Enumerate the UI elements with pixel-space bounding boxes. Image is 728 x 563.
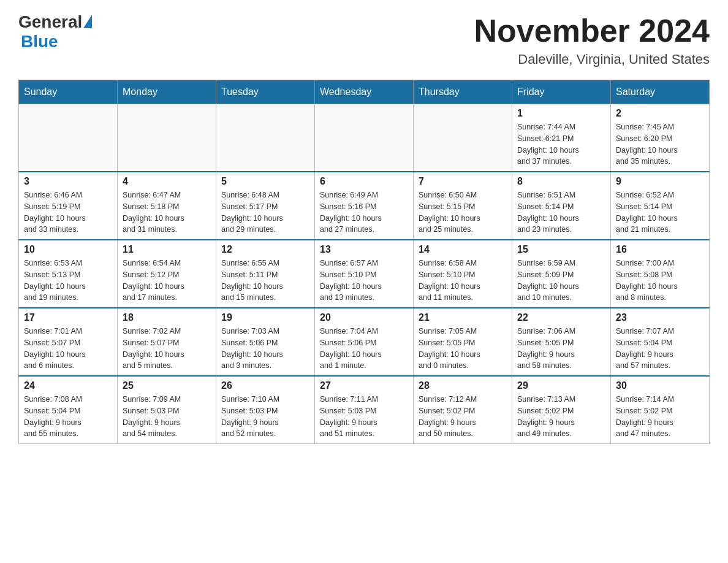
calendar-cell: 27Sunrise: 7:11 AM Sunset: 5:03 PM Dayli… (315, 376, 414, 444)
day-info: Sunrise: 6:55 AM Sunset: 5:11 PM Dayligh… (221, 258, 309, 304)
calendar-cell: 9Sunrise: 6:52 AM Sunset: 5:14 PM Daylig… (611, 172, 710, 240)
day-number: 12 (221, 244, 309, 255)
day-info: Sunrise: 7:07 AM Sunset: 5:04 PM Dayligh… (616, 326, 704, 372)
calendar-cell (216, 104, 315, 172)
day-info: Sunrise: 6:51 AM Sunset: 5:14 PM Dayligh… (517, 190, 605, 236)
calendar-cell: 26Sunrise: 7:10 AM Sunset: 5:03 PM Dayli… (216, 376, 315, 444)
calendar-cell: 25Sunrise: 7:09 AM Sunset: 5:03 PM Dayli… (118, 376, 216, 444)
day-number: 3 (24, 176, 112, 187)
week-row-5: 24Sunrise: 7:08 AM Sunset: 5:04 PM Dayli… (19, 376, 710, 444)
calendar-cell: 10Sunrise: 6:53 AM Sunset: 5:13 PM Dayli… (19, 240, 118, 308)
day-number: 26 (221, 380, 309, 391)
day-number: 29 (517, 380, 605, 391)
day-info: Sunrise: 7:45 AM Sunset: 6:20 PM Dayligh… (616, 121, 704, 167)
day-info: Sunrise: 6:57 AM Sunset: 5:10 PM Dayligh… (320, 258, 408, 304)
day-number: 5 (221, 176, 309, 187)
day-number: 9 (616, 176, 704, 187)
day-info: Sunrise: 6:47 AM Sunset: 5:18 PM Dayligh… (123, 190, 211, 236)
calendar-cell: 17Sunrise: 7:01 AM Sunset: 5:07 PM Dayli… (19, 308, 118, 376)
day-number: 22 (517, 312, 605, 323)
calendar-cell: 11Sunrise: 6:54 AM Sunset: 5:12 PM Dayli… (118, 240, 216, 308)
calendar-title: November 2024 (474, 12, 710, 49)
day-info: Sunrise: 6:59 AM Sunset: 5:09 PM Dayligh… (517, 258, 605, 304)
day-number: 4 (123, 176, 211, 187)
day-number: 20 (320, 312, 408, 323)
day-info: Sunrise: 7:01 AM Sunset: 5:07 PM Dayligh… (24, 326, 112, 372)
calendar-cell: 30Sunrise: 7:14 AM Sunset: 5:02 PM Dayli… (611, 376, 710, 444)
week-row-1: 1Sunrise: 7:44 AM Sunset: 6:21 PM Daylig… (19, 104, 710, 172)
day-number: 6 (320, 176, 408, 187)
calendar-cell: 18Sunrise: 7:02 AM Sunset: 5:07 PM Dayli… (118, 308, 216, 376)
weekday-header-sunday: Sunday (19, 80, 118, 104)
calendar-cell: 6Sunrise: 6:49 AM Sunset: 5:16 PM Daylig… (315, 172, 414, 240)
calendar-cell: 24Sunrise: 7:08 AM Sunset: 5:04 PM Dayli… (19, 376, 118, 444)
calendar-subtitle: Daleville, Virginia, United States (474, 52, 710, 67)
calendar-cell: 4Sunrise: 6:47 AM Sunset: 5:18 PM Daylig… (118, 172, 216, 240)
day-number: 25 (123, 380, 211, 391)
day-number: 19 (221, 312, 309, 323)
header: General Blue November 2024 Daleville, Vi… (18, 12, 710, 67)
day-number: 1 (517, 108, 605, 119)
day-number: 2 (616, 108, 704, 119)
day-info: Sunrise: 7:13 AM Sunset: 5:02 PM Dayligh… (517, 394, 605, 440)
calendar-cell: 19Sunrise: 7:03 AM Sunset: 5:06 PM Dayli… (216, 308, 315, 376)
day-info: Sunrise: 7:44 AM Sunset: 6:21 PM Dayligh… (517, 121, 605, 167)
weekday-header-friday: Friday (512, 80, 611, 104)
day-info: Sunrise: 6:58 AM Sunset: 5:10 PM Dayligh… (419, 258, 507, 304)
calendar-cell: 14Sunrise: 6:58 AM Sunset: 5:10 PM Dayli… (414, 240, 512, 308)
day-number: 27 (320, 380, 408, 391)
day-info: Sunrise: 7:06 AM Sunset: 5:05 PM Dayligh… (517, 326, 605, 372)
calendar-cell: 16Sunrise: 7:00 AM Sunset: 5:08 PM Dayli… (611, 240, 710, 308)
calendar-table: SundayMondayTuesdayWednesdayThursdayFrid… (18, 80, 710, 444)
calendar-cell: 8Sunrise: 6:51 AM Sunset: 5:14 PM Daylig… (512, 172, 611, 240)
day-number: 11 (123, 244, 211, 255)
weekday-header-thursday: Thursday (414, 80, 512, 104)
day-info: Sunrise: 6:53 AM Sunset: 5:13 PM Dayligh… (24, 258, 112, 304)
day-number: 13 (320, 244, 408, 255)
day-info: Sunrise: 7:10 AM Sunset: 5:03 PM Dayligh… (221, 394, 309, 440)
day-number: 8 (517, 176, 605, 187)
calendar-cell: 28Sunrise: 7:12 AM Sunset: 5:02 PM Dayli… (414, 376, 512, 444)
day-info: Sunrise: 6:52 AM Sunset: 5:14 PM Dayligh… (616, 190, 704, 236)
logo-blue-text: Blue (21, 32, 58, 52)
week-row-4: 17Sunrise: 7:01 AM Sunset: 5:07 PM Dayli… (19, 308, 710, 376)
title-area: November 2024 Daleville, Virginia, Unite… (474, 12, 710, 67)
day-info: Sunrise: 7:11 AM Sunset: 5:03 PM Dayligh… (320, 394, 408, 440)
day-number: 30 (616, 380, 704, 391)
logo-general-text: General (18, 12, 82, 32)
day-number: 21 (419, 312, 507, 323)
header-row: SundayMondayTuesdayWednesdayThursdayFrid… (19, 80, 710, 104)
calendar-cell: 22Sunrise: 7:06 AM Sunset: 5:05 PM Dayli… (512, 308, 611, 376)
day-info: Sunrise: 6:48 AM Sunset: 5:17 PM Dayligh… (221, 190, 309, 236)
day-number: 18 (123, 312, 211, 323)
calendar-cell: 5Sunrise: 6:48 AM Sunset: 5:17 PM Daylig… (216, 172, 315, 240)
day-number: 15 (517, 244, 605, 255)
day-number: 14 (419, 244, 507, 255)
calendar-cell: 20Sunrise: 7:04 AM Sunset: 5:06 PM Dayli… (315, 308, 414, 376)
calendar-cell: 7Sunrise: 6:50 AM Sunset: 5:15 PM Daylig… (414, 172, 512, 240)
weekday-header-saturday: Saturday (611, 80, 710, 104)
logo: General Blue (18, 12, 92, 52)
day-info: Sunrise: 7:03 AM Sunset: 5:06 PM Dayligh… (221, 326, 309, 372)
day-info: Sunrise: 7:00 AM Sunset: 5:08 PM Dayligh… (616, 258, 704, 304)
calendar-cell: 13Sunrise: 6:57 AM Sunset: 5:10 PM Dayli… (315, 240, 414, 308)
calendar-cell: 29Sunrise: 7:13 AM Sunset: 5:02 PM Dayli… (512, 376, 611, 444)
weekday-header-monday: Monday (118, 80, 216, 104)
day-number: 17 (24, 312, 112, 323)
day-info: Sunrise: 7:04 AM Sunset: 5:06 PM Dayligh… (320, 326, 408, 372)
calendar-cell: 21Sunrise: 7:05 AM Sunset: 5:05 PM Dayli… (414, 308, 512, 376)
calendar-cell: 12Sunrise: 6:55 AM Sunset: 5:11 PM Dayli… (216, 240, 315, 308)
day-info: Sunrise: 7:08 AM Sunset: 5:04 PM Dayligh… (24, 394, 112, 440)
day-info: Sunrise: 7:09 AM Sunset: 5:03 PM Dayligh… (123, 394, 211, 440)
day-info: Sunrise: 7:14 AM Sunset: 5:02 PM Dayligh… (616, 394, 704, 440)
day-info: Sunrise: 7:12 AM Sunset: 5:02 PM Dayligh… (419, 394, 507, 440)
day-number: 7 (419, 176, 507, 187)
week-row-3: 10Sunrise: 6:53 AM Sunset: 5:13 PM Dayli… (19, 240, 710, 308)
day-info: Sunrise: 6:50 AM Sunset: 5:15 PM Dayligh… (419, 190, 507, 236)
calendar-cell (19, 104, 118, 172)
day-info: Sunrise: 6:54 AM Sunset: 5:12 PM Dayligh… (123, 258, 211, 304)
calendar-cell (414, 104, 512, 172)
weekday-header-wednesday: Wednesday (315, 80, 414, 104)
day-number: 24 (24, 380, 112, 391)
day-number: 23 (616, 312, 704, 323)
